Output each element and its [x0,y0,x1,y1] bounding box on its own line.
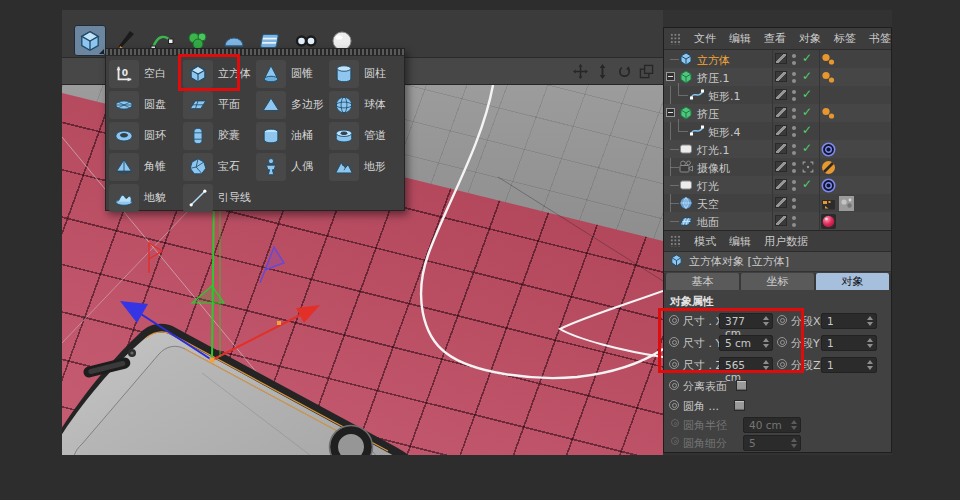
keyframe-circle-icon[interactable] [777,315,787,325]
om-menu-tag[interactable]: 标签 [834,31,856,46]
menu-item-tube[interactable]: 管道 [329,120,403,151]
tab-object[interactable]: 对象 [816,273,889,290]
am-menu-userdata[interactable]: 用户数据 [764,234,808,249]
menu-item-disc[interactable]: 圆盘 [109,89,183,120]
visibility-dots[interactable] [792,144,796,155]
stepper-icon[interactable] [762,337,770,349]
object-row-extrude1[interactable]: 挤压.1 ✓ [664,68,891,86]
stepper-icon[interactable] [866,359,874,371]
menu-item-landscape[interactable]: 地形 [329,151,403,182]
object-row-floor[interactable]: 地面 [664,212,891,230]
object-row-camera[interactable]: 摄像机 [664,158,891,176]
menu-item-cylinder[interactable]: 圆柱 [329,58,403,89]
om-menu-file[interactable]: 文件 [694,31,716,46]
phong-tag-icon[interactable] [821,106,836,121]
viewport-pan-icon[interactable] [572,63,589,80]
collapse-expander[interactable] [666,108,675,117]
enabled-check-icon[interactable]: ✓ [802,105,812,119]
am-menu-edit[interactable]: 编辑 [729,234,751,249]
object-row-rectangle4[interactable]: 矩形.4 ✓ [664,122,891,140]
layer-swatch[interactable] [775,125,787,136]
layer-swatch[interactable] [775,179,787,190]
visibility-dots[interactable] [792,126,796,137]
menu-item-polygon[interactable]: 多边形 [256,89,330,120]
gizmo-origin-point[interactable] [210,358,215,363]
compositing-tag-icon[interactable] [821,196,836,211]
viewport-maximize-icon[interactable] [638,63,655,80]
layer-swatch[interactable] [775,197,787,208]
layer-swatch[interactable] [775,89,787,100]
visibility-dots[interactable] [792,162,796,173]
layer-swatch[interactable] [775,143,787,154]
visibility-dots[interactable] [792,72,796,83]
viewport-rotate-icon[interactable] [616,63,633,80]
keyframe-circle-icon[interactable] [777,337,787,347]
menu-item-cone[interactable]: 圆锥 [256,58,330,89]
menu-item-relief[interactable]: 地貌 [109,182,183,213]
menu-item-capsule[interactable]: 胶囊 [183,120,257,151]
enabled-check-icon[interactable]: ✓ [802,123,812,137]
spline-path-curve[interactable] [421,85,663,378]
stepper-icon[interactable] [866,337,874,349]
am-menu-mode[interactable]: 模式 [694,234,716,249]
enabled-check-icon[interactable]: ✓ [802,69,812,83]
om-menu-bookmark[interactable]: 书签 [869,31,891,46]
cube-primitive-tool-button[interactable] [74,25,106,56]
stepper-icon[interactable] [866,315,874,327]
size-x-input[interactable]: 377 cm [719,313,773,329]
om-menu-edit[interactable]: 编辑 [729,31,751,46]
keyframe-circle-icon[interactable] [669,315,679,325]
stepper-icon[interactable] [762,315,770,327]
om-menu-view[interactable]: 查看 [764,31,786,46]
seg-x-input[interactable]: 1 [821,313,877,329]
object-row-sky[interactable]: 天空 [664,194,891,212]
enabled-check-icon[interactable]: ✓ [802,141,812,155]
drag-grip-icon[interactable] [670,33,681,45]
tab-coordinates[interactable]: 坐标 [741,273,814,290]
size-z-input[interactable]: 565 cm [719,357,773,373]
visibility-dots[interactable] [792,180,796,191]
menu-item-cube[interactable]: 立方体 [183,58,257,89]
menu-item-torus[interactable]: 圆环 [109,120,183,151]
selection-corners-icon[interactable] [802,161,814,173]
phone-model[interactable] [62,324,433,455]
object-row-light[interactable]: 灯光 ✓ [664,176,891,194]
phong-tag-icon[interactable] [821,70,836,85]
visibility-dots[interactable] [792,54,796,65]
material-tag-icon[interactable] [821,214,836,229]
plane-handle[interactable] [192,286,224,303]
phong-tag-icon[interactable] [821,52,836,67]
menu-item-sphere[interactable]: 球体 [329,89,403,120]
keyframe-circle-icon[interactable] [669,400,679,410]
tab-basic[interactable]: 基本 [666,273,739,290]
seg-z-input[interactable]: 1 [821,357,877,373]
separate-surfaces-checkbox[interactable] [736,380,747,391]
y-axis[interactable] [212,191,214,360]
collapse-expander[interactable] [666,72,675,81]
object-row-rectangle1[interactable]: 矩形.1 ✓ [664,86,891,104]
stepper-icon[interactable] [762,359,770,371]
visibility-dots[interactable] [792,108,796,119]
layer-swatch[interactable] [775,161,787,172]
visibility-dots[interactable] [792,216,796,227]
enabled-check-icon[interactable]: ✓ [802,177,812,191]
x-axis-arrow[interactable] [296,305,320,323]
menu-item-plane[interactable]: 平面 [183,89,257,120]
spline-path-curve-2[interactable] [560,291,663,357]
drag-grip-icon[interactable] [670,235,681,247]
menu-item-figure[interactable]: 人偶 [256,151,330,182]
visibility-dots[interactable] [792,198,796,209]
enabled-check-icon[interactable]: ✓ [802,87,812,101]
layer-swatch[interactable] [775,71,787,82]
z-axis-arrow[interactable] [120,301,148,323]
object-row-light1[interactable]: 灯光.1 ✓ [664,140,891,158]
texture-tag-icon[interactable] [839,196,854,211]
fillet-checkbox[interactable] [734,400,745,411]
menu-item-pyramid[interactable]: 角锥 [109,151,183,182]
target-tag-icon[interactable] [821,178,836,193]
enabled-check-icon[interactable]: ✓ [802,51,812,65]
layer-swatch[interactable] [775,215,787,226]
menu-item-guide[interactable]: 引导线 [183,182,257,213]
keyframe-circle-icon[interactable] [669,380,679,390]
keyframe-circle-icon[interactable] [669,337,679,347]
